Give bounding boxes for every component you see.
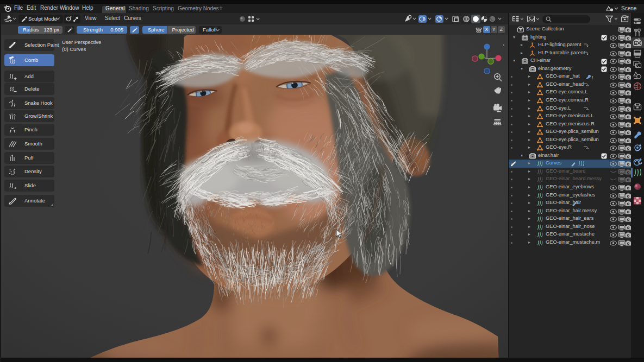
svg-text:!: ! xyxy=(592,75,593,80)
